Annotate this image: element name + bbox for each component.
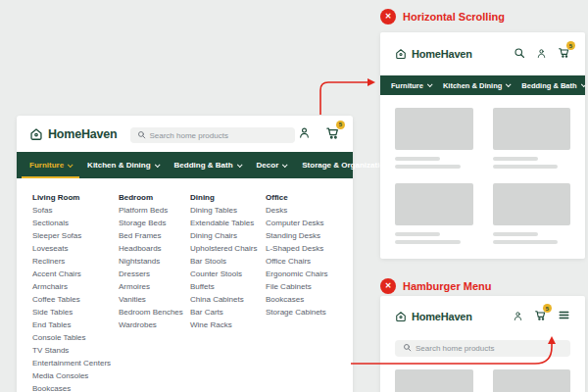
account-button[interactable] <box>536 47 547 62</box>
cart-badge: 5 <box>566 41 575 50</box>
nav-item-bedding-bath[interactable]: Bedding & Bath <box>521 81 584 90</box>
menu-item[interactable]: Sofas <box>32 204 119 217</box>
account-button[interactable] <box>513 310 523 324</box>
arrowhead-right <box>368 78 375 86</box>
annotation-label: Hamburger Menu <box>403 280 491 292</box>
nav-item-furniture[interactable]: Furniture <box>22 152 79 178</box>
chevron-down-icon <box>580 81 585 87</box>
menu-item[interactable]: Bedroom Benches <box>119 306 190 318</box>
nav-item-decor[interactable]: Decor <box>249 152 295 178</box>
nav-label: Kitchen & Dining <box>443 81 502 90</box>
logo-text: HomeHaven <box>412 48 472 60</box>
product-placeholder <box>493 369 571 392</box>
menu-item[interactable]: Bookcases <box>32 382 119 392</box>
menu-item[interactable]: Extendable Tables <box>190 217 266 229</box>
nav-item-kitchen-dining[interactable]: Kitchen & Dining <box>443 81 510 90</box>
nav-item-bedding-bath[interactable]: Bedding & Bath <box>167 152 249 178</box>
menu-item[interactable]: Ergonomic Chairs <box>266 268 344 280</box>
chevron-down-icon <box>154 162 160 168</box>
mega-column-title: Bedroom <box>119 191 190 204</box>
menu-item[interactable]: Storage Cabinets <box>266 306 344 318</box>
menu-item[interactable]: End Tables <box>32 318 119 331</box>
menu-item[interactable]: Wardrobes <box>119 318 190 331</box>
rejected-x-icon: ✕ <box>380 278 396 294</box>
mega-column-living-room: Living Room SofasSectionalsSleeper Sofas… <box>32 191 119 392</box>
cart-badge: 5 <box>543 304 552 313</box>
menu-item[interactable]: File Cabinets <box>266 280 344 293</box>
hamburger-menu-button[interactable] <box>558 309 570 324</box>
nav-label: Bedding & Bath <box>521 81 576 90</box>
menu-item[interactable]: Coffee Tables <box>32 293 119 306</box>
nav-item-furniture[interactable]: Furniture <box>391 81 431 90</box>
logo-text: HomeHaven <box>412 311 472 322</box>
search-input[interactable] <box>395 340 570 357</box>
mega-column-title: Living Room <box>32 191 119 204</box>
menu-item[interactable]: Loveseats <box>32 242 119 255</box>
menu-item[interactable]: Dining Tables <box>190 204 266 217</box>
logo-text: HomeHaven <box>48 127 117 141</box>
mega-column-dining: Dining Dining TablesExtendable TablesDin… <box>190 191 266 392</box>
product-placeholder <box>395 108 473 169</box>
menu-item[interactable]: Armchairs <box>32 280 119 293</box>
main-category-nav: Furniture Kitchen & Dining Bedding & Bat… <box>17 152 353 178</box>
menu-item[interactable]: Bar Carts <box>190 306 266 318</box>
nav-label: Kitchen & Dining <box>87 161 150 170</box>
home-logo-icon <box>395 48 407 60</box>
homehaven-logo[interactable]: HomeHaven <box>29 127 117 141</box>
menu-item[interactable]: Vanities <box>119 293 190 306</box>
menu-item[interactable]: Upholstered Chairs <box>190 242 266 255</box>
menu-item[interactable]: Recliners <box>32 255 119 268</box>
account-button[interactable] <box>298 126 311 142</box>
home-logo-icon <box>395 311 407 322</box>
nav-label: Furniture <box>29 161 64 170</box>
menu-item[interactable]: Bookcases <box>266 293 344 306</box>
menu-item[interactable]: Media Consoles <box>32 369 119 382</box>
menu-item[interactable]: Platform Beds <box>119 204 190 217</box>
hamburger-icon <box>558 309 570 324</box>
cart-button[interactable]: 5 <box>325 125 340 143</box>
search-button[interactable] <box>514 47 525 62</box>
menu-item[interactable]: Bed Frames <box>119 229 190 242</box>
menu-item[interactable]: Headboards <box>119 242 190 255</box>
horizontal-scrolling-mockup: HomeHaven <box>380 32 585 259</box>
mini-category-nav-scrollable[interactable]: Furniture Kitchen & Dining Bedding & Bat… <box>380 75 585 95</box>
menu-item[interactable]: China Cabinets <box>190 293 266 306</box>
menu-item[interactable]: Console Tables <box>32 331 119 344</box>
chevron-down-icon <box>236 162 242 168</box>
menu-item[interactable]: Office Chairs <box>266 255 344 268</box>
mega-column-title: Dining <box>190 191 266 204</box>
hamburger-menu-mockup: HomeHaven 5 <box>380 296 585 392</box>
menu-item[interactable]: Buffets <box>190 280 266 293</box>
menu-item[interactable]: Side Tables <box>32 306 119 318</box>
homehaven-logo[interactable]: HomeHaven <box>395 48 472 60</box>
menu-item[interactable]: Dining Chairs <box>190 229 266 242</box>
menu-item[interactable]: Dressers <box>119 268 190 280</box>
product-placeholder <box>493 183 571 244</box>
homehaven-logo[interactable]: HomeHaven <box>395 311 472 322</box>
annotation-horizontal-scrolling: ✕ Horizontal Scrolling <box>380 9 505 24</box>
menu-item[interactable]: L-Shaped Desks <box>266 242 344 255</box>
search-input[interactable] <box>130 127 295 143</box>
mega-column-bedroom: Bedroom Platform BedsStorage BedsBed Fra… <box>119 191 190 392</box>
menu-item[interactable]: Bar Stools <box>190 255 266 268</box>
menu-item[interactable]: Counter Stools <box>190 268 266 280</box>
menu-item[interactable]: Armoires <box>119 280 190 293</box>
menu-item[interactable]: Desks <box>266 204 344 217</box>
nav-label: Storage & Organization <box>302 161 389 170</box>
menu-item[interactable]: Wine Racks <box>190 318 266 331</box>
menu-item[interactable]: Entertainment Centers <box>32 357 119 369</box>
user-icon <box>513 310 523 324</box>
annotation-label: Horizontal Scrolling <box>403 11 505 23</box>
menu-item[interactable]: Sleeper Sofas <box>32 229 119 242</box>
menu-item[interactable]: Standing Desks <box>266 229 344 242</box>
menu-item[interactable]: Computer Desks <box>266 217 344 229</box>
mini-header: HomeHaven <box>380 32 585 75</box>
cart-button[interactable]: 5 <box>558 46 570 62</box>
cart-button[interactable]: 5 <box>534 309 547 324</box>
menu-item[interactable]: Sectionals <box>32 217 119 229</box>
menu-item[interactable]: Accent Chairs <box>32 268 119 280</box>
menu-item[interactable]: Storage Beds <box>119 217 190 229</box>
nav-item-kitchen-dining[interactable]: Kitchen & Dining <box>79 152 166 178</box>
menu-item[interactable]: Nightstands <box>119 255 190 268</box>
menu-item[interactable]: TV Stands <box>32 344 119 357</box>
